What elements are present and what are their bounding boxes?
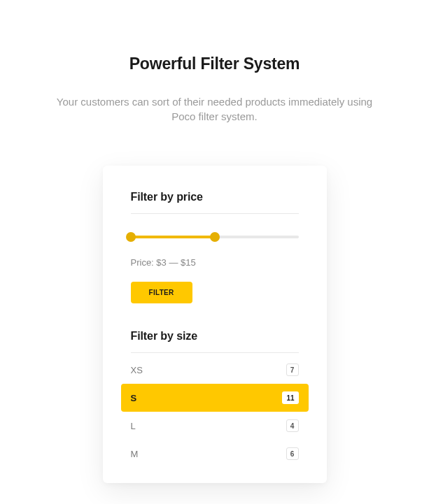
size-count-badge: 4 xyxy=(286,419,299,432)
size-option-l[interactable]: L 4 xyxy=(131,412,299,440)
size-label: XS xyxy=(131,365,143,375)
size-label: L xyxy=(131,421,136,431)
page-title: Powerful Filter System xyxy=(0,55,429,73)
size-count-badge: 7 xyxy=(286,363,299,376)
price-label: Price: xyxy=(131,257,154,268)
price-max: $15 xyxy=(181,257,196,268)
size-label: S xyxy=(131,393,137,403)
filter-button[interactable]: FILTER xyxy=(131,282,192,303)
slider-handle-min[interactable] xyxy=(126,232,136,242)
price-separator: — xyxy=(169,257,178,268)
slider-fill xyxy=(131,236,215,238)
size-label: M xyxy=(131,449,139,459)
size-option-s[interactable]: S 11 xyxy=(121,384,309,412)
page-description: Your customers can sort of their needed … xyxy=(50,94,379,124)
filter-card: Filter by price Price: $3 — $15 FILTER F… xyxy=(103,166,327,483)
size-count-badge: 11 xyxy=(282,391,298,404)
filter-price-title: Filter by price xyxy=(131,191,299,214)
size-list: XS 7 S 11 L 4 M 6 xyxy=(131,356,299,468)
size-option-m[interactable]: M 6 xyxy=(131,440,299,468)
size-option-xs[interactable]: XS 7 xyxy=(131,356,299,384)
filter-size-title: Filter by size xyxy=(131,330,299,353)
price-readout: Price: $3 — $15 xyxy=(131,257,299,268)
slider-handle-max[interactable] xyxy=(210,232,220,242)
size-count-badge: 6 xyxy=(286,447,299,460)
price-slider[interactable] xyxy=(131,232,299,242)
price-min: $3 xyxy=(156,257,166,268)
